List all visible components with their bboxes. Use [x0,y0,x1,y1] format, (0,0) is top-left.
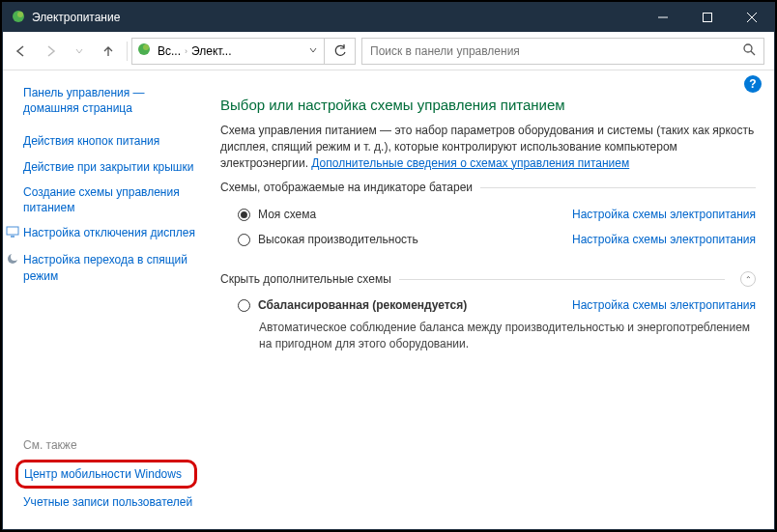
maximize-button[interactable] [685,3,730,32]
app-icon [11,9,26,27]
balanced-description: Автоматическое соблюдение баланса между … [220,320,756,352]
page-heading: Выбор или настройка схемы управления пит… [220,97,756,113]
monitor-icon [6,225,21,242]
address-bar[interactable]: Вс... › Элект... [131,38,325,65]
sidebar-link-accounts[interactable]: Учетные записи пользователей [23,494,195,510]
sidebar-link-buttons[interactable]: Действия кнопок питания [23,133,195,149]
svg-point-13 [11,253,18,261]
chevron-up-icon[interactable]: ⌃ [740,271,756,287]
see-also-heading: См. также [23,438,195,452]
sidebar-link-mobility[interactable]: Центр мобильности Windows [24,466,188,482]
breadcrumb-seg-1[interactable]: Вс... [156,44,183,58]
svg-point-7 [143,44,149,50]
close-button[interactable] [730,3,774,32]
svg-point-1 [17,12,23,17]
sidebar-link-createplan[interactable]: Создание схемы управления питанием [23,184,195,215]
title-bar: Электропитание [3,3,774,32]
search-box[interactable] [361,38,764,65]
recent-dropdown[interactable] [65,37,94,66]
minimize-button[interactable] [641,3,685,32]
search-input[interactable] [362,39,734,64]
help-icon[interactable]: ? [744,75,762,93]
refresh-button[interactable] [325,38,356,65]
group-hide-more[interactable]: Скрыть дополнительные схемы ⌃ [220,271,756,287]
chevron-right-icon[interactable]: › [183,46,189,56]
page-description: Схема управления питанием — это набор па… [220,123,756,171]
forward-button[interactable] [36,37,65,66]
configure-link-my[interactable]: Настройка схемы электропитания [572,208,756,221]
svg-rect-3 [704,14,712,22]
back-button[interactable] [7,37,36,66]
up-button[interactable] [94,37,123,66]
plan-name-my[interactable]: Моя схема [258,208,572,221]
sidebar-link-lid[interactable]: Действие при закрытии крышки [23,159,195,175]
chevron-down-icon[interactable] [302,44,324,58]
sidebar-link-home[interactable]: Панель управления — домашняя страница [23,85,195,116]
radio-highperf[interactable] [238,234,250,246]
breadcrumb-seg-2[interactable]: Элект... [189,44,233,58]
content-area: ? Выбор или настройка схемы управления п… [203,71,773,529]
window-title: Электропитание [32,11,641,24]
highlight-annotation: Центр мобильности Windows [15,460,197,489]
configure-link-balanced[interactable]: Настройка схемы электропитания [572,298,756,312]
nav-toolbar: Вс... › Элект... [3,32,774,70]
svg-point-8 [744,44,752,52]
plan-name-balanced[interactable]: Сбалансированная (рекомендуется) [258,298,572,312]
plan-row-balanced: Сбалансированная (рекомендуется) Настрой… [220,293,756,318]
search-icon[interactable] [734,42,763,60]
plan-row-my: Моя схема Настройка схемы электропитания [220,202,756,227]
sidebar-link-sleep[interactable]: Настройка перехода в спящий режим [23,252,195,283]
learn-more-link[interactable]: Дополнительные сведения о схемах управле… [311,156,629,170]
plan-name-highperf[interactable]: Высокая производительность [258,233,572,246]
svg-line-9 [751,51,755,55]
plan-row-highperf: Высокая производительность Настройка схе… [220,227,756,252]
radio-my-plan[interactable] [238,209,250,221]
radio-balanced[interactable] [238,299,250,312]
moon-icon [6,252,21,283]
app-window: Электропитание Вс... › Элект... Панель у… [2,2,775,530]
svg-rect-10 [7,227,18,235]
sidebar-link-display[interactable]: Настройка отключения дисплея [23,225,195,242]
location-icon [136,42,152,60]
group-battery-indicator: Схемы, отображаемые на индикаторе батаре… [220,181,756,194]
configure-link-highperf[interactable]: Настройка схемы электропитания [572,233,756,246]
sidebar: Панель управления — домашняя страница Де… [4,71,203,529]
